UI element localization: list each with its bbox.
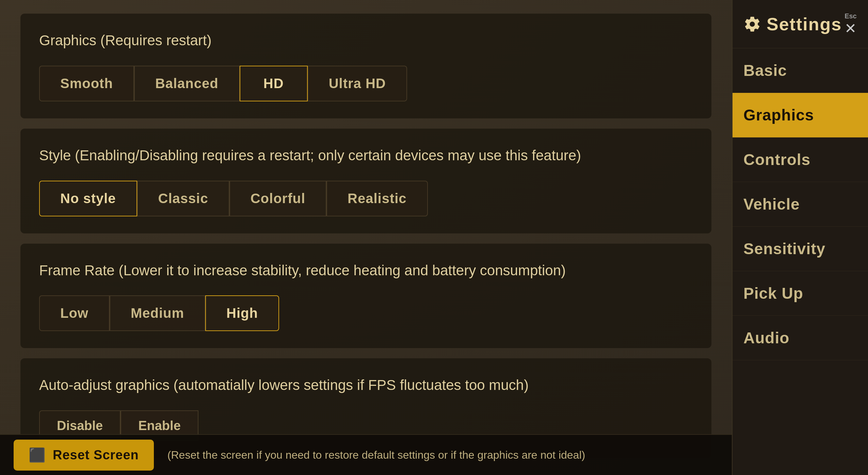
- gear-icon: [743, 15, 761, 33]
- sidebar-title-area: Settings: [743, 14, 842, 34]
- style-btn-group: No style Classic Colorful Realistic: [39, 181, 693, 216]
- sidebar-item-controls[interactable]: Controls: [733, 137, 868, 182]
- framerate-section-title: Frame Rate (Lower it to increase stabili…: [39, 261, 693, 281]
- graphics-hd-btn[interactable]: HD: [240, 66, 308, 101]
- sidebar-item-vehicle[interactable]: Vehicle: [733, 182, 868, 227]
- sidebar-header: Settings Esc ✕: [733, 0, 868, 48]
- sidebar-item-basic[interactable]: Basic: [733, 48, 868, 93]
- style-section: Style (Enabling/Disabling requires a res…: [20, 129, 711, 233]
- sidebar-item-pickup[interactable]: Pick Up: [733, 271, 868, 316]
- framerate-section: Frame Rate (Lower it to increase stabili…: [20, 244, 711, 348]
- close-button[interactable]: Esc ✕: [842, 10, 859, 38]
- graphics-ultrahd-btn[interactable]: Ultra HD: [308, 66, 407, 101]
- graphics-balanced-btn[interactable]: Balanced: [134, 66, 240, 101]
- graphics-section-title: Graphics (Requires restart): [39, 31, 693, 51]
- graphics-btn-group: Smooth Balanced HD Ultra HD: [39, 66, 693, 101]
- framerate-medium-btn[interactable]: Medium: [110, 295, 205, 331]
- graphics-smooth-btn[interactable]: Smooth: [39, 66, 134, 101]
- esc-label: Esc: [845, 12, 857, 20]
- graphics-section: Graphics (Requires restart) Smooth Balan…: [20, 14, 711, 118]
- reset-screen-label: Reset Screen: [53, 448, 139, 462]
- sidebar-item-graphics[interactable]: Graphics: [733, 93, 868, 137]
- reset-screen-icon: ⬛: [29, 447, 46, 463]
- style-section-title: Style (Enabling/Disabling requires a res…: [39, 146, 693, 166]
- reset-screen-button[interactable]: ⬛ Reset Screen: [14, 440, 154, 471]
- framerate-high-btn[interactable]: High: [205, 295, 279, 331]
- autoadjust-section-title: Auto-adjust graphics (automatially lower…: [39, 375, 693, 395]
- style-nostyle-btn[interactable]: No style: [39, 181, 137, 216]
- style-classic-btn[interactable]: Classic: [137, 181, 229, 216]
- reset-screen-description: (Reset the screen if you need to restore…: [167, 447, 585, 463]
- framerate-btn-group: Low Medium High: [39, 295, 693, 331]
- framerate-low-btn[interactable]: Low: [39, 295, 110, 331]
- sidebar-nav: Basic Graphics Controls Vehicle Sensitiv…: [733, 48, 868, 475]
- bottom-bar: ⬛ Reset Screen (Reset the screen if you …: [0, 434, 732, 475]
- sidebar: Settings Esc ✕ Basic Graphics Controls V…: [732, 0, 868, 475]
- sidebar-item-audio[interactable]: Audio: [733, 316, 868, 360]
- close-x-icon: ✕: [845, 21, 856, 36]
- main-content: Graphics (Requires restart) Smooth Balan…: [0, 0, 732, 475]
- style-colorful-btn[interactable]: Colorful: [229, 181, 326, 216]
- sidebar-item-sensitivity[interactable]: Sensitivity: [733, 227, 868, 271]
- sidebar-title: Settings: [767, 14, 842, 34]
- style-realistic-btn[interactable]: Realistic: [326, 181, 428, 216]
